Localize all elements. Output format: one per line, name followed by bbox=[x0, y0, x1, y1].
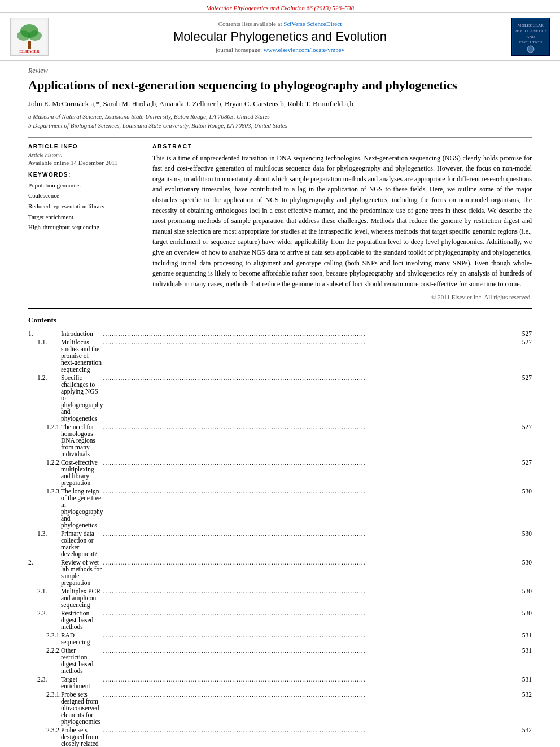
toc-page-5: 530 bbox=[522, 487, 532, 529]
toc-row-10: 2.2.1.RAD sequencing ...................… bbox=[28, 631, 532, 646]
sciverse-link[interactable]: SciVerse ScienceDirect bbox=[283, 20, 342, 27]
journal-logo-right: MOLECULAR PHYLOGENETICS AND EVOLUTION bbox=[508, 18, 553, 56]
contents-section: Contents 1.Introduction ................… bbox=[28, 316, 532, 747]
toc-num-6: 1.3. bbox=[28, 529, 61, 558]
toc-page-0: 527 bbox=[522, 329, 532, 338]
toc-row-8: 2.1.Multiplex PCR and amplicon sequencin… bbox=[28, 587, 532, 609]
authors-text: John E. McCormack a,*, Sarah M. Hird a,b… bbox=[28, 99, 353, 108]
toc-title-3: The need for homologous DNA regions from… bbox=[61, 422, 103, 458]
article-info-section: Article info Article history: Available … bbox=[28, 143, 134, 166]
toc-dots-11: ........................................… bbox=[103, 646, 522, 675]
article-info-column: Article info Article history: Available … bbox=[28, 143, 141, 301]
main-content: Review Applications of next-generation s… bbox=[0, 61, 560, 747]
affiliation-b: b Department of Biological Sciences, Lou… bbox=[28, 121, 532, 130]
toc-title-7: Review of wet lab methods for sample pre… bbox=[61, 558, 103, 587]
toc-title-13: Probe sets designed from ultraconserved … bbox=[61, 690, 103, 726]
abstract-text: This is a time of unprecedented transiti… bbox=[152, 153, 532, 290]
toc-dots-14: ........................................… bbox=[103, 726, 522, 747]
toc-page-10: 531 bbox=[522, 631, 532, 646]
keyword-2: Coalescence bbox=[28, 190, 134, 201]
toc-page-2: 527 bbox=[522, 373, 532, 422]
toc-dots-12: ........................................… bbox=[103, 675, 522, 690]
header-banner: ELSEVIER Contents lists available at Sci… bbox=[0, 12, 560, 61]
history-label: Article history: bbox=[28, 152, 134, 158]
toc-page-14: 532 bbox=[522, 726, 532, 747]
toc-page-3: 527 bbox=[522, 422, 532, 458]
toc-title-12: Target enrichment bbox=[61, 675, 103, 690]
keyword-5: High-throughput sequencing bbox=[28, 222, 134, 233]
toc-title-10: RAD sequencing bbox=[61, 631, 103, 646]
toc-title-2: Specific challenges to applying NGS to p… bbox=[61, 373, 103, 422]
toc-dots-2: ........................................… bbox=[103, 373, 522, 422]
keywords-heading: Keywords: bbox=[28, 172, 134, 178]
toc-dots-3: ........................................… bbox=[103, 422, 522, 458]
authors-line: John E. McCormack a,*, Sarah M. Hird a,b… bbox=[28, 99, 532, 108]
elsevier-logo: ELSEVIER bbox=[7, 18, 52, 56]
page: Molecular Phylogenetics and Evolution 66… bbox=[0, 0, 560, 747]
toc-num-0: 1. bbox=[28, 329, 61, 338]
affiliation-a: a Museum of Natural Science, Louisiana S… bbox=[28, 112, 532, 121]
toc-row-5: 1.2.3.The long reign of the gene tree in… bbox=[28, 487, 532, 529]
review-label: Review bbox=[28, 67, 532, 75]
toc-dots-5: ........................................… bbox=[103, 487, 522, 529]
svg-point-11 bbox=[527, 46, 534, 53]
journal-logo-box: MOLECULAR PHYLOGENETICS AND EVOLUTION bbox=[511, 18, 550, 56]
svg-text:MOLECULAR: MOLECULAR bbox=[518, 23, 544, 28]
toc-title-4: Cost-effective multiplexing and library … bbox=[61, 458, 103, 487]
toc-dots-6: ........................................… bbox=[103, 529, 522, 558]
toc-dots-1: ........................................… bbox=[103, 338, 522, 373]
toc-page-7: 530 bbox=[522, 558, 532, 587]
toc-num-13: 2.3.1. bbox=[28, 690, 61, 726]
toc-row-7: 2.Review of wet lab methods for sample p… bbox=[28, 558, 532, 587]
svg-text:PHYLOGENETICS: PHYLOGENETICS bbox=[514, 29, 546, 33]
keyword-1: Population genomics bbox=[28, 180, 134, 191]
homepage-text: journal homepage: bbox=[216, 46, 262, 53]
journal-header-top: Molecular Phylogenetics and Evolution 66… bbox=[0, 0, 560, 12]
keywords-list: Population genomicsCoalescenceReduced re… bbox=[28, 180, 134, 233]
toc-row-2: 1.2.Specific challenges to applying NGS … bbox=[28, 373, 532, 422]
toc-row-6: 1.3.Primary data collection or marker de… bbox=[28, 529, 532, 558]
toc-title-5: The long reign of the gene tree in phylo… bbox=[61, 487, 103, 529]
toc-title-11: Other restriction digest-based methods bbox=[61, 646, 103, 675]
toc-num-12: 2.3. bbox=[28, 675, 61, 690]
toc-dots-7: ........................................… bbox=[103, 558, 522, 587]
toc-page-1: 527 bbox=[522, 338, 532, 373]
sciverse-text: Contents lists available at bbox=[218, 20, 282, 27]
toc-num-11: 2.2.2. bbox=[28, 646, 61, 675]
toc-page-6: 530 bbox=[522, 529, 532, 558]
toc-num-14: 2.3.2. bbox=[28, 726, 61, 747]
homepage-line: journal homepage: www.elsevier.com/locat… bbox=[58, 46, 502, 53]
toc-row-11: 2.2.2.Other restriction digest-based met… bbox=[28, 646, 532, 675]
article-info-abstract-row: Article info Article history: Available … bbox=[28, 137, 532, 301]
journal-citation: Molecular Phylogenetics and Evolution 66… bbox=[206, 5, 354, 11]
toc-row-3: 1.2.1.The need for homologous DNA region… bbox=[28, 422, 532, 458]
toc-table: 1.Introduction .........................… bbox=[28, 329, 532, 747]
header-center: Contents lists available at SciVerse Sci… bbox=[58, 20, 502, 53]
svg-point-3 bbox=[28, 30, 42, 41]
toc-page-8: 530 bbox=[522, 587, 532, 609]
toc-num-5: 1.2.3. bbox=[28, 487, 61, 529]
toc-title-1: Multilocus studies and the promise of ne… bbox=[61, 338, 103, 373]
keyword-3: Reduced representation library bbox=[28, 201, 134, 212]
toc-page-13: 532 bbox=[522, 690, 532, 726]
section-divider bbox=[28, 308, 532, 309]
toc-num-4: 1.2.2. bbox=[28, 458, 61, 487]
toc-row-4: 1.2.2.Cost-effective multiplexing and li… bbox=[28, 458, 532, 487]
toc-dots-13: ........................................… bbox=[103, 690, 522, 726]
copyright-line: © 2011 Elsevier Inc. All rights reserved… bbox=[152, 294, 532, 300]
keywords-section: Keywords: Population genomicsCoalescence… bbox=[28, 172, 134, 233]
toc-row-13: 2.3.1.Probe sets designed from ultracons… bbox=[28, 690, 532, 726]
svg-text:EVOLUTION: EVOLUTION bbox=[519, 40, 542, 45]
article-title: Applications of next-generation sequenci… bbox=[28, 77, 532, 94]
toc-dots-0: ........................................… bbox=[103, 329, 522, 338]
toc-num-9: 2.2. bbox=[28, 609, 61, 631]
toc-num-1: 1.1. bbox=[28, 338, 61, 373]
homepage-link[interactable]: www.elsevier.com/locate/ympev bbox=[264, 46, 344, 53]
toc-title-9: Restriction digest-based methods bbox=[61, 609, 103, 631]
article-info-heading: Article info bbox=[28, 143, 134, 150]
affiliations: a Museum of Natural Science, Louisiana S… bbox=[28, 112, 532, 130]
toc-num-10: 2.2.1. bbox=[28, 631, 61, 646]
svg-text:ELSEVIER: ELSEVIER bbox=[19, 49, 40, 54]
toc-row-14: 2.3.2.Probe sets designed from closely r… bbox=[28, 726, 532, 747]
toc-dots-4: ........................................… bbox=[103, 458, 522, 487]
